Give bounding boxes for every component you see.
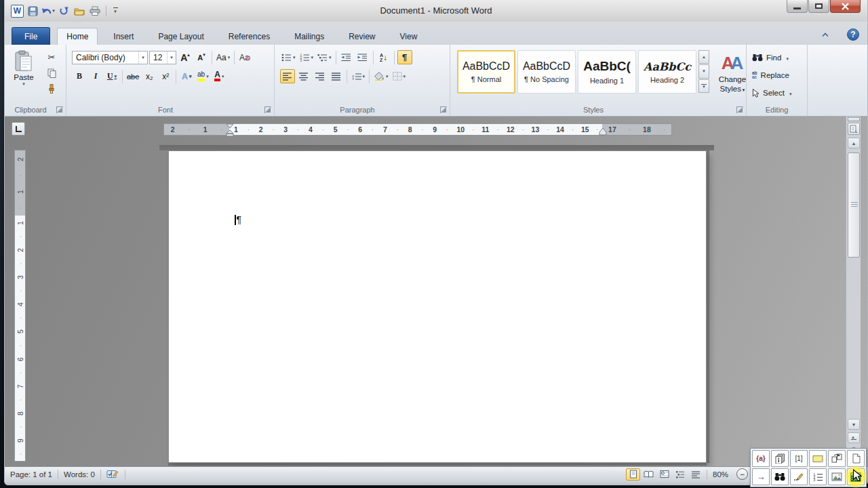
justify-button[interactable]: [329, 69, 344, 83]
paragraph-dialog-launcher-icon[interactable]: [440, 106, 447, 113]
multilevel-list-button[interactable]: [316, 50, 333, 64]
arrow-right-icon[interactable]: [752, 468, 770, 485]
scrollbar-thumb[interactable]: [848, 152, 860, 258]
format-painter-icon[interactable]: [44, 81, 59, 96]
styles-scroll-down-icon[interactable]: ▼: [698, 64, 709, 78]
horizontal-ruler[interactable]: 2·1· 1·2·3·4·5·6·7·8·9·10·11·12·13·14·15…: [163, 123, 672, 136]
minimize-button[interactable]: [787, 0, 808, 13]
vertical-ruler[interactable]: 2·1· 1·2·3·4·5·6·7·8·9·: [14, 150, 26, 462]
find-button[interactable]: Find: [752, 52, 789, 64]
strikethrough-button[interactable]: abe: [125, 69, 140, 83]
italic-button[interactable]: I: [88, 69, 103, 83]
text-highlight-color-button[interactable]: ab: [195, 69, 210, 83]
chevron-down-icon[interactable]: [167, 52, 176, 64]
bold-button[interactable]: B: [72, 69, 87, 83]
align-center-button[interactable]: [296, 69, 311, 83]
right-indent-marker-icon[interactable]: [599, 126, 607, 138]
previous-page-icon[interactable]: ▲: [848, 432, 860, 443]
scroll-up-icon[interactable]: ▲: [848, 138, 860, 148]
sort-button[interactable]: AZ ↓: [376, 50, 391, 64]
close-button[interactable]: [830, 0, 861, 13]
tab-insert[interactable]: Insert: [104, 28, 142, 45]
underline-button[interactable]: U: [104, 69, 119, 83]
borders-button[interactable]: [391, 69, 408, 83]
maximize-button[interactable]: [808, 0, 829, 13]
repeat-icon[interactable]: [57, 4, 71, 18]
clear-formatting-button[interactable]: Aa: [237, 50, 252, 64]
stacked-pages-icon[interactable]: [771, 450, 789, 467]
increase-indent-button[interactable]: [355, 50, 370, 64]
scroll-down-icon[interactable]: ▼: [848, 419, 860, 430]
spelling-check-status[interactable]: [101, 467, 125, 481]
style-normal[interactable]: AaBbCcD ¶ Normal: [457, 50, 515, 94]
show-hide-pilcrow-button[interactable]: ¶: [397, 50, 412, 64]
styles-dialog-launcher-icon[interactable]: [736, 106, 743, 113]
numbered-page-icon[interactable]: [790, 450, 808, 467]
font-dialog-launcher-icon[interactable]: [264, 106, 271, 113]
chevron-down-icon[interactable]: [138, 52, 147, 64]
tab-references[interactable]: References: [220, 28, 279, 45]
style-no-spacing[interactable]: AaBbCcD ¶ No Spacing: [517, 50, 576, 94]
draft-view-icon[interactable]: [688, 468, 703, 481]
zoom-level[interactable]: 80%: [709, 470, 732, 479]
styles-gallery-more-icon[interactable]: ▼: [698, 79, 709, 93]
help-icon[interactable]: [847, 28, 859, 41]
new-page-icon[interactable]: [847, 450, 865, 467]
full-screen-reading-view-icon[interactable]: [642, 468, 656, 481]
superscript-button[interactable]: x²: [158, 69, 173, 83]
view-ruler-toggle-icon[interactable]: [848, 123, 860, 135]
style-heading-1[interactable]: AaBbC( Heading 1: [578, 50, 636, 94]
font-size-combobox[interactable]: 12: [149, 51, 176, 64]
select-button[interactable]: Select: [752, 87, 791, 99]
font-color-button[interactable]: A: [212, 69, 226, 83]
align-left-button[interactable]: [280, 69, 295, 83]
binoculars-icon[interactable]: [771, 468, 789, 485]
style-heading-2[interactable]: AaBbCc Heading 2: [638, 50, 696, 94]
web-layout-view-icon[interactable]: [657, 468, 671, 481]
swap-pages-icon[interactable]: [828, 450, 846, 467]
cut-icon[interactable]: ✂: [44, 50, 59, 64]
paste-button[interactable]: Paste: [9, 50, 39, 87]
document-page[interactable]: ¶: [168, 150, 707, 463]
tab-stop-selector[interactable]: [12, 122, 25, 136]
replace-button[interactable]: Replace: [752, 69, 789, 81]
styles-scroll-up-icon[interactable]: ▲: [698, 50, 709, 64]
page-count-status[interactable]: Page: 1 of 1: [5, 467, 58, 481]
tab-mailings[interactable]: Mailings: [285, 28, 333, 45]
text-effects-button[interactable]: A: [179, 69, 194, 83]
align-right-button[interactable]: [313, 69, 328, 83]
tab-file[interactable]: File: [12, 27, 50, 45]
indent-markers-icon[interactable]: [226, 123, 234, 140]
tab-page-layout[interactable]: Page Layout: [149, 28, 212, 45]
numbered-list-icon[interactable]: ​123: [809, 468, 827, 485]
vertical-scrollbar[interactable]: ▲ ▼ ▲: [846, 117, 861, 466]
word-logo-icon[interactable]: [11, 5, 24, 18]
picture-icon[interactable]: [828, 468, 846, 485]
customize-quick-access-toolbar-icon[interactable]: [111, 7, 120, 14]
subscript-button[interactable]: x₂: [142, 69, 157, 83]
line-spacing-button[interactable]: ↕: [350, 69, 366, 83]
tab-home[interactable]: Home: [57, 28, 98, 45]
copy-icon[interactable]: [44, 66, 59, 80]
grow-font-button[interactable]: A▴: [178, 50, 193, 64]
print-icon[interactable]: [88, 4, 102, 18]
shrink-font-button[interactable]: A▾: [194, 50, 209, 64]
note-icon[interactable]: [809, 450, 827, 467]
tab-review[interactable]: Review: [340, 28, 384, 45]
word-count-status[interactable]: Words: 0: [58, 467, 100, 481]
change-case-button[interactable]: Aa: [215, 50, 231, 64]
split-window-handle[interactable]: [848, 117, 860, 121]
bullets-button[interactable]: [280, 50, 297, 64]
pencil-icon[interactable]: [790, 468, 808, 485]
clipboard-dialog-launcher-icon[interactable]: [56, 106, 63, 113]
save-icon[interactable]: [26, 4, 39, 18]
open-icon[interactable]: [73, 4, 86, 18]
zoom-out-button[interactable]: −: [736, 468, 748, 480]
numbering-button[interactable]: ​123: [298, 50, 315, 64]
minimize-ribbon-icon[interactable]: [820, 30, 831, 39]
print-layout-view-icon[interactable]: [626, 468, 640, 481]
font-family-combobox[interactable]: Calibri (Body): [72, 51, 148, 64]
tab-view[interactable]: View: [391, 28, 427, 45]
outline-view-icon[interactable]: [673, 468, 687, 481]
shading-button[interactable]: [372, 69, 390, 83]
